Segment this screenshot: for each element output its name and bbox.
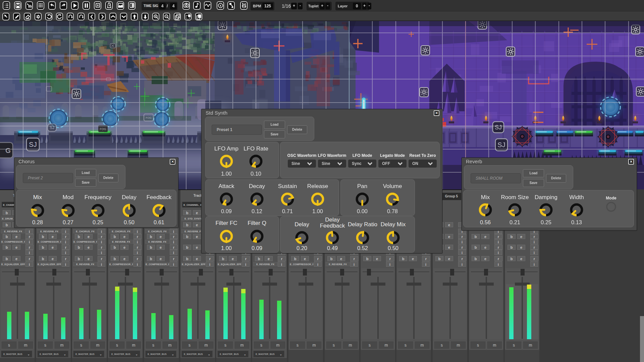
svg-text:x: x — [220, 4, 222, 7]
